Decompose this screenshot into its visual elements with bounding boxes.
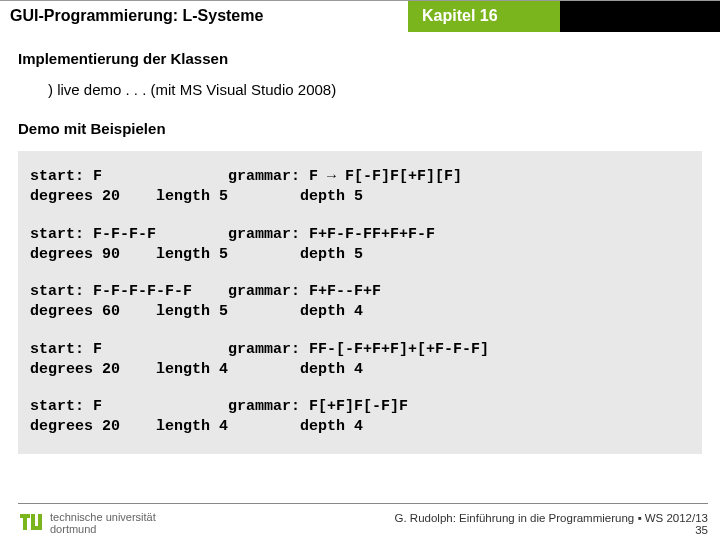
- svg-rect-4: [38, 514, 42, 528]
- live-demo-line: ) live demo . . . (mit MS Visual Studio …: [48, 81, 702, 98]
- footer-divider: [18, 503, 708, 504]
- example-block: start: F-F-F-F-F-F grammar: F+F--F+F deg…: [30, 275, 690, 329]
- example-block: start: F-F-F-F grammar: F+F-F-FF+F+F-F d…: [30, 218, 690, 272]
- example-block: start: F grammar: FF-[-F+F+F]+[+F-F-F] d…: [30, 333, 690, 387]
- section-demo-title: Demo mit Beispielen: [18, 120, 702, 137]
- logo-text: technische universität dortmund: [50, 511, 156, 535]
- example-line: start: F-F-F-F-F-F grammar: F+F--F+F: [30, 282, 690, 302]
- example-line: start: F-F-F-F grammar: F+F-F-FF+F+F-F: [30, 225, 690, 245]
- example-line: start: F grammar: FF-[-F+F+F]+[+F-F-F]: [30, 340, 690, 360]
- example-line: start: F grammar: F[+F]F[-F]F: [30, 397, 690, 417]
- header-title-left: GUI-Programmierung: L-Systeme: [0, 1, 408, 32]
- logo-line2: dortmund: [50, 523, 156, 535]
- example-line: degrees 20 length 4 depth 4: [30, 360, 690, 380]
- example-block: start: F grammar: F[+F]F[-F]F degrees 20…: [30, 390, 690, 444]
- footer-credit-block: G. Rudolph: Einführung in die Programmie…: [395, 512, 708, 536]
- example-block: start: F grammar: F → F[-F]F[+F][F] degr…: [30, 161, 690, 214]
- university-logo: technische universität dortmund: [18, 510, 156, 536]
- examples-box: start: F grammar: F → F[-F]F[+F][F] degr…: [18, 151, 702, 454]
- example-line: start: F grammar: F → F[-F]F[+F][F]: [30, 167, 690, 187]
- example-line: degrees 20 length 4 depth 4: [30, 417, 690, 437]
- svg-rect-2: [23, 514, 27, 530]
- page-number: 35: [395, 524, 708, 536]
- footer-credit: G. Rudolph: Einführung in die Programmie…: [395, 512, 708, 524]
- slide-content: Implementierung der Klassen ) live demo …: [0, 32, 720, 454]
- svg-rect-3: [31, 514, 35, 528]
- example-line: degrees 20 length 5 depth 5: [30, 187, 690, 207]
- tu-logo-icon: [18, 510, 44, 536]
- slide-footer: technische universität dortmund G. Rudol…: [0, 510, 720, 536]
- example-line: degrees 90 length 5 depth 5: [30, 245, 690, 265]
- example-line: degrees 60 length 5 depth 4: [30, 302, 690, 322]
- svg-rect-5: [31, 526, 42, 530]
- section-impl-title: Implementierung der Klassen: [18, 50, 702, 67]
- slide-header: GUI-Programmierung: L-Systeme Kapitel 16: [0, 0, 720, 32]
- logo-line1: technische universität: [50, 511, 156, 523]
- header-black-block: [560, 1, 720, 32]
- header-title-right: Kapitel 16: [408, 1, 560, 32]
